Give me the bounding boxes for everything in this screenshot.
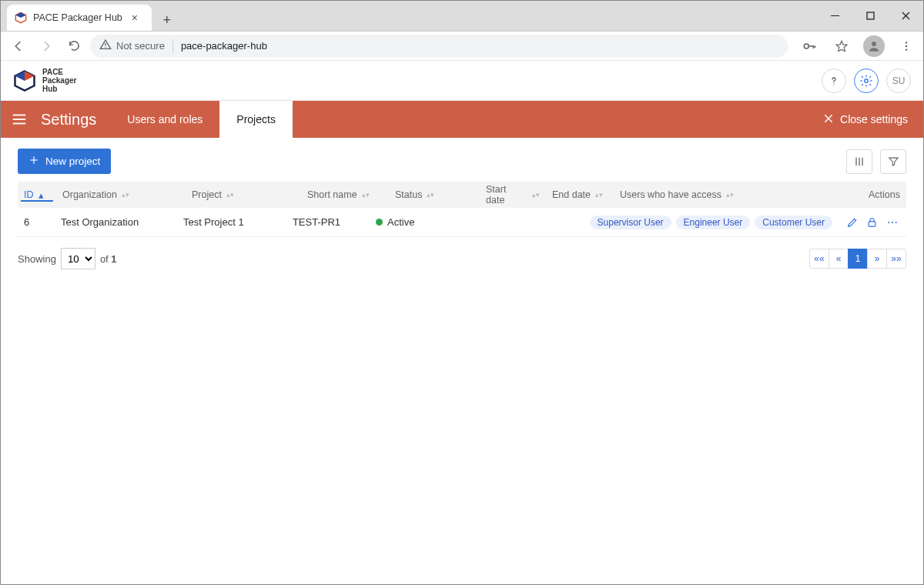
status-dot-icon [376, 219, 383, 226]
logo-line-1: PACE [42, 68, 76, 76]
sort-icon: ▴▾ [595, 192, 603, 197]
svg-point-12 [906, 48, 907, 50]
browser-tab[interactable]: PACE Packager Hub × [7, 5, 152, 31]
sort-icon: ▴▾ [362, 192, 370, 197]
svg-marker-1 [15, 12, 25, 18]
projects-toolbar: New project [1, 138, 923, 182]
window-minimize-button[interactable] [817, 1, 852, 31]
col-end-label: End date [552, 189, 591, 200]
logo-line-2: Packager [42, 76, 76, 85]
user-avatar[interactable]: SU [886, 69, 911, 93]
sort-icon: ▴▾ [226, 192, 234, 197]
svg-point-11 [906, 45, 907, 46]
app-logo-icon [13, 69, 36, 92]
cell-project: Test Project 1 [177, 216, 286, 228]
lock-row-button[interactable] [865, 216, 880, 228]
sort-icon: ▴▾ [532, 192, 540, 197]
settings-bar: Settings Users and roles Projects Close … [1, 101, 923, 138]
bookmark-star-icon[interactable] [831, 35, 852, 57]
table-footer: Showing 10 of 1 «« « 1 » »» [1, 237, 923, 280]
url-bar[interactable]: Not secure pace-packager-hub [90, 35, 788, 58]
browser-reload-button[interactable] [62, 35, 85, 58]
table-row[interactable]: 6 Test Organization Test Project 1 TEST-… [18, 208, 906, 237]
close-icon [823, 113, 834, 126]
col-short-label: Short name [307, 189, 357, 200]
browser-menu-icon[interactable] [896, 35, 917, 57]
columns-button[interactable] [846, 149, 872, 174]
svg-point-10 [906, 42, 907, 43]
user-initials: SU [892, 75, 906, 86]
pager-prev[interactable]: « [829, 249, 849, 269]
hamburger-menu-icon[interactable] [1, 101, 38, 138]
svg-point-7 [105, 47, 105, 48]
pager: «« « 1 » »» [810, 249, 906, 269]
pager-page-current[interactable]: 1 [848, 249, 868, 269]
cell-id: 6 [18, 216, 55, 228]
col-users-label: Users who have access [620, 189, 721, 200]
svg-rect-27 [869, 222, 876, 226]
cell-status: Active [370, 216, 456, 228]
sort-icon: ▴▾ [122, 192, 129, 197]
browser-back-button[interactable] [7, 35, 30, 58]
svg-point-30 [896, 221, 897, 222]
cell-organization: Test Organization [55, 216, 177, 228]
new-project-button[interactable]: New project [18, 149, 111, 174]
cell-users: Supervisor User Engineer User Customer U… [584, 216, 839, 229]
window-maximize-button[interactable] [852, 1, 888, 31]
window-close-button[interactable] [888, 1, 923, 31]
tab-projects[interactable]: Projects [219, 101, 293, 138]
svg-point-28 [888, 221, 889, 222]
saved-password-key-icon[interactable] [798, 35, 820, 57]
total-rows: 1 [111, 253, 116, 265]
pager-first[interactable]: «« [809, 249, 829, 269]
col-status-label: Status [395, 189, 422, 200]
browser-forward-button[interactable] [35, 35, 58, 58]
column-header-start-date[interactable]: Start date▴▾ [480, 184, 546, 206]
column-header-organization[interactable]: Organization▴▾ [56, 189, 186, 200]
column-header-users[interactable]: Users who have access▴▾ [614, 189, 837, 200]
favicon-icon [15, 12, 27, 24]
pager-next[interactable]: » [867, 249, 887, 269]
security-label: Not secure [116, 40, 165, 52]
browser-toolbar: Not secure pace-packager-hub [1, 32, 923, 61]
close-settings-button[interactable]: Close settings [808, 101, 923, 138]
col-org-label: Organization [62, 189, 117, 200]
help-button[interactable] [822, 69, 846, 93]
col-actions-label: Actions [869, 189, 900, 200]
settings-gear-button[interactable] [854, 69, 879, 93]
not-secure-warning-icon [99, 38, 112, 53]
tab-users-and-roles[interactable]: Users and roles [110, 101, 219, 138]
user-chip[interactable]: Customer User [755, 216, 832, 229]
page-size-select[interactable]: 10 [61, 248, 95, 269]
profile-avatar-icon[interactable] [863, 35, 885, 57]
app-logo[interactable]: PACE Packager Hub [13, 68, 76, 93]
plus-icon [28, 155, 39, 168]
column-header-project[interactable]: Project▴▾ [186, 189, 301, 200]
filter-button[interactable] [880, 149, 906, 174]
new-tab-button[interactable]: + [156, 9, 178, 31]
col-id-label: ID [24, 189, 34, 200]
pager-last[interactable]: »» [886, 249, 906, 269]
svg-rect-3 [867, 12, 874, 19]
url-divider [172, 39, 173, 53]
col-proj-label: Project [192, 189, 222, 200]
app-header: PACE Packager Hub SU [1, 61, 923, 101]
column-header-status[interactable]: Status▴▾ [389, 189, 480, 200]
row-more-button[interactable] [885, 216, 900, 229]
column-header-end-date[interactable]: End date▴▾ [546, 189, 614, 200]
edit-row-button[interactable] [845, 216, 860, 229]
column-header-short-name[interactable]: Short name▴▾ [301, 189, 389, 200]
url-text: pace-packager-hub [181, 40, 267, 52]
col-start-label: Start date [486, 184, 527, 206]
new-project-label: New project [45, 155, 100, 167]
user-chip[interactable]: Supervisor User [590, 216, 671, 229]
browser-titlebar: PACE Packager Hub × + [1, 1, 923, 32]
column-header-actions: Actions [837, 189, 906, 200]
column-header-id[interactable]: ID ▴ [18, 189, 56, 201]
close-settings-label: Close settings [840, 113, 908, 125]
user-chip[interactable]: Engineer User [676, 216, 751, 229]
logo-line-3: Hub [42, 85, 76, 93]
svg-point-9 [872, 42, 876, 46]
table-header: ID ▴ Organization▴▾ Project▴▾ Short name… [18, 182, 906, 208]
tab-close-icon[interactable]: × [129, 12, 141, 24]
